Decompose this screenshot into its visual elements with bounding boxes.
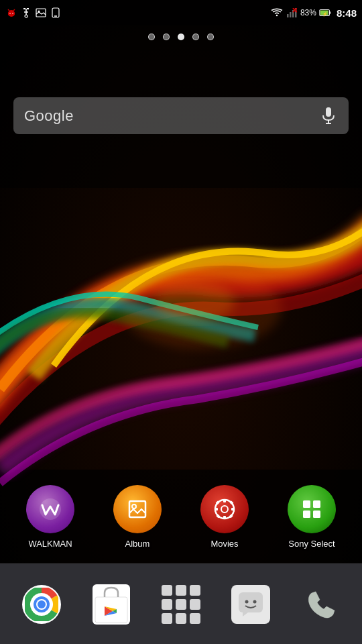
svg-line-8 <box>13 9 15 11</box>
movies-app[interactable]: Movies <box>188 485 261 549</box>
sony-select-icon <box>288 485 336 533</box>
google-logo: Google <box>24 107 319 125</box>
album-label: Album <box>125 539 150 549</box>
phone-app[interactable] <box>294 574 347 635</box>
svg-rect-13 <box>23 8 25 9</box>
svg-rect-1 <box>0 0 362 188</box>
chrome-icon <box>22 585 61 624</box>
voice-search-button[interactable] <box>319 107 338 125</box>
play-store-icon <box>93 584 130 625</box>
svg-rect-39 <box>223 516 226 519</box>
app-drawer[interactable] <box>154 574 208 635</box>
bottom-dock <box>0 564 362 644</box>
status-time: 8:48 <box>337 7 357 19</box>
image-status-icon <box>35 7 47 19</box>
svg-point-61 <box>245 600 249 603</box>
album-app[interactable]: Album <box>101 485 174 549</box>
page-dot-2[interactable] <box>163 34 170 40</box>
app-row: WALKMAN Album <box>0 476 362 557</box>
svg-rect-38 <box>223 499 226 502</box>
device-icon <box>50 7 62 19</box>
svg-point-37 <box>221 506 228 513</box>
svg-point-35 <box>132 504 136 508</box>
svg-rect-48 <box>303 511 310 518</box>
status-left-icons <box>5 7 62 19</box>
chrome-app[interactable] <box>15 574 68 635</box>
status-bar: 83% ⚡ 8:48 <box>0 0 362 25</box>
svg-rect-47 <box>313 500 320 508</box>
play-store-app[interactable] <box>84 574 138 635</box>
sony-select-label: Sony Select <box>288 539 335 549</box>
svg-rect-20 <box>287 14 289 17</box>
movies-icon <box>200 485 249 533</box>
usb-icon <box>20 7 32 19</box>
svg-point-4 <box>154 282 235 322</box>
page-dot-5[interactable] <box>207 34 214 40</box>
app-drawer-icon <box>162 585 200 624</box>
page-dot-1[interactable] <box>148 34 155 40</box>
svg-point-9 <box>9 13 11 14</box>
svg-rect-34 <box>129 501 145 517</box>
page-dot-4[interactable] <box>192 34 199 40</box>
no-signal-icon <box>286 7 298 19</box>
wifi-icon <box>271 7 283 19</box>
svg-rect-6 <box>8 12 15 15</box>
movies-label: Movies <box>210 539 238 549</box>
phone-icon <box>301 585 340 624</box>
page-dot-3[interactable] <box>178 34 184 40</box>
walkman-app[interactable]: WALKMAN <box>13 485 87 549</box>
svg-point-62 <box>253 600 257 603</box>
svg-rect-40 <box>215 508 218 511</box>
svg-rect-27 <box>329 11 330 14</box>
svg-line-7 <box>8 9 9 11</box>
svg-point-10 <box>12 13 13 14</box>
svg-text:⚡: ⚡ <box>322 11 327 17</box>
battery-icon: ⚡ <box>319 7 331 19</box>
svg-rect-46 <box>303 500 310 508</box>
google-search-bar[interactable]: Google <box>13 97 349 134</box>
svg-rect-21 <box>290 12 292 17</box>
hangouts-app[interactable] <box>224 574 278 635</box>
svg-rect-49 <box>313 511 320 518</box>
album-icon <box>113 485 162 533</box>
page-indicators <box>0 34 362 40</box>
battery-percent: 83% <box>300 8 316 17</box>
status-right-icons: 83% ⚡ 8:48 <box>271 7 357 19</box>
svg-rect-14 <box>27 8 29 9</box>
walkman-label: WALKMAN <box>28 539 72 549</box>
svg-point-53 <box>38 600 46 608</box>
svg-rect-30 <box>326 107 331 117</box>
walkman-icon <box>26 485 74 533</box>
svg-rect-41 <box>231 508 235 511</box>
svg-rect-59 <box>239 592 263 612</box>
sony-select-app[interactable]: Sony Select <box>275 485 349 549</box>
android-icon <box>5 7 17 19</box>
svg-marker-60 <box>243 612 248 616</box>
hangouts-icon <box>231 585 270 624</box>
